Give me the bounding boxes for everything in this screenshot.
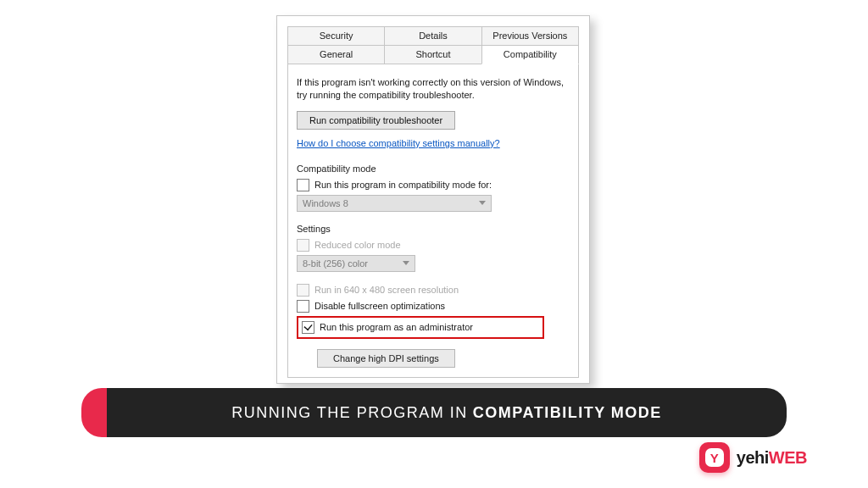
settings-group-label: Settings <box>297 224 570 234</box>
intro-text: If this program isn't working correctly … <box>297 76 570 103</box>
run-troubleshooter-button[interactable]: Run compatibility troubleshooter <box>297 111 455 130</box>
tab-general[interactable]: General <box>287 45 385 64</box>
brand-name-part-b: WEB <box>769 448 807 467</box>
compat-mode-checkbox[interactable] <box>297 179 309 191</box>
manual-settings-help-link[interactable]: How do I choose compatibility settings m… <box>297 138 500 148</box>
run-as-admin-highlight: Run this program as an administrator <box>297 316 544 339</box>
tab-shortcut[interactable]: Shortcut <box>384 45 481 64</box>
run-as-admin-checkbox[interactable] <box>302 321 314 334</box>
caption-text-strong: COMPATIBILITY MODE <box>473 404 662 422</box>
disable-fullscreen-label: Disable fullscreen optimizations <box>314 301 445 311</box>
tab-previous-versions[interactable]: Previous Versions <box>481 26 579 45</box>
low-res-label: Run in 640 x 480 screen resolution <box>314 285 459 295</box>
compat-mode-os-dropdown[interactable]: Windows 8 <box>297 195 492 212</box>
change-high-dpi-button[interactable]: Change high DPI settings <box>317 349 455 368</box>
color-depth-dropdown[interactable]: 8-bit (256) color <box>297 255 415 272</box>
brand-badge: Y yehiWEB <box>699 442 807 473</box>
reduced-color-label: Reduced color mode <box>314 240 401 250</box>
caption-accent <box>81 388 107 437</box>
reduced-color-row: Reduced color mode <box>297 239 570 252</box>
tab-row-lower: General Shortcut Compatibility <box>287 45 579 64</box>
caption-body: RUNNING THE PROGRAM IN COMPATIBILITY MOD… <box>107 388 787 437</box>
chevron-down-icon <box>479 201 486 205</box>
brand-logo-letter: Y <box>705 448 724 467</box>
caption-text-pre: RUNNING THE PROGRAM IN <box>231 404 468 422</box>
tab-row-upper: Security Details Previous Versions <box>287 26 579 45</box>
tab-details[interactable]: Details <box>384 26 481 45</box>
compat-mode-checkbox-row: Run this program in compatibility mode f… <box>297 179 570 191</box>
properties-dialog: Security Details Previous Versions Gener… <box>276 15 590 384</box>
caption-banner: RUNNING THE PROGRAM IN COMPATIBILITY MOD… <box>81 388 787 437</box>
compat-mode-group-label: Compatibility mode <box>297 164 570 174</box>
tab-security[interactable]: Security <box>287 26 385 45</box>
run-as-admin-label: Run this program as an administrator <box>320 322 473 332</box>
tab-strip: Security Details Previous Versions Gener… <box>287 26 579 64</box>
compat-mode-os-value: Windows 8 <box>303 198 348 208</box>
brand-name-part-a: yehi <box>737 448 769 467</box>
brand-name: yehiWEB <box>737 448 807 468</box>
reduced-color-checkbox[interactable] <box>297 239 309 252</box>
low-res-row: Run in 640 x 480 screen resolution <box>297 284 570 297</box>
tab-compatibility[interactable]: Compatibility <box>481 45 579 64</box>
tab-panel-compatibility: If this program isn't working correctly … <box>287 64 579 378</box>
disable-fullscreen-row: Disable fullscreen optimizations <box>297 300 570 313</box>
disable-fullscreen-checkbox[interactable] <box>297 300 309 313</box>
color-depth-value: 8-bit (256) color <box>303 258 368 269</box>
low-res-checkbox[interactable] <box>297 284 309 297</box>
brand-logo-icon: Y <box>699 442 730 473</box>
compat-mode-checkbox-label: Run this program in compatibility mode f… <box>314 180 492 190</box>
chevron-down-icon <box>403 261 409 265</box>
